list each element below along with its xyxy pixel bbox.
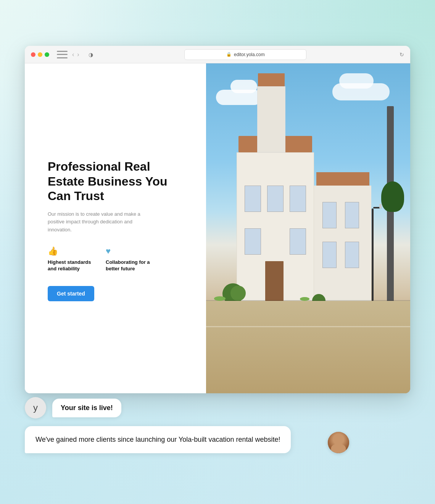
chat-bubble-incoming: Your site is live! <box>52 399 121 417</box>
hero-subtitle: Our mission is to create value and make … <box>48 210 155 234</box>
get-started-button[interactable]: Get started <box>48 286 94 301</box>
security-icon: ◑ <box>87 51 95 58</box>
hero-title: Professional Real Estate Business You Ca… <box>48 159 187 203</box>
property-image <box>206 63 410 393</box>
browser-chrome: ‹ › ◑ 🔒 editor.yola.com ↻ <box>25 46 410 63</box>
forward-button[interactable]: › <box>77 51 79 58</box>
refresh-button[interactable]: ↻ <box>400 52 404 58</box>
sidebar-toggle-icon[interactable] <box>57 51 68 58</box>
outgoing-message-text: We've gained more clients since launchin… <box>35 436 280 443</box>
chat-outgoing-wrapper: We've gained more clients since launchin… <box>25 426 349 453</box>
website-left-panel: Professional Real Estate Business You Ca… <box>25 63 206 393</box>
lock-icon: 🔒 <box>226 52 232 57</box>
chat-bubble-outgoing: We've gained more clients since launchin… <box>25 426 291 453</box>
thumbs-up-icon: 👍 <box>48 246 93 256</box>
maximize-button[interactable] <box>45 52 49 57</box>
yola-avatar: y <box>25 397 46 418</box>
heart-icon: ♥ <box>106 246 151 256</box>
feature-item-2: ♥ Collaborating for a better future <box>106 246 151 272</box>
browser-window: ‹ › ◑ 🔒 editor.yola.com ↻ Professional R… <box>25 46 410 393</box>
user-avatar-image <box>328 432 349 453</box>
features-row: 👍 Highest standards and reliability ♥ Co… <box>48 246 187 272</box>
chat-section: y Your site is live! We've gained more c… <box>25 389 410 489</box>
feature-text-1: Highest standards and reliability <box>48 259 93 272</box>
website-right-panel <box>206 63 410 393</box>
traffic-lights <box>31 52 49 57</box>
back-button[interactable]: ‹ <box>72 51 74 58</box>
close-button[interactable] <box>31 52 35 57</box>
yola-avatar-letter: y <box>33 402 38 413</box>
url-text: editor.yola.com <box>234 52 265 57</box>
address-bar[interactable]: 🔒 editor.yola.com <box>184 49 306 60</box>
feature-text-2: Collaborating for a better future <box>106 259 151 272</box>
website-content: Professional Real Estate Business You Ca… <box>25 63 410 393</box>
incoming-message-text: Your site is live! <box>61 404 113 412</box>
user-avatar <box>328 432 349 453</box>
minimize-button[interactable] <box>38 52 42 57</box>
feature-item-1: 👍 Highest standards and reliability <box>48 246 93 272</box>
chat-incoming: y Your site is live! <box>25 397 410 418</box>
nav-buttons: ‹ › <box>72 51 79 58</box>
